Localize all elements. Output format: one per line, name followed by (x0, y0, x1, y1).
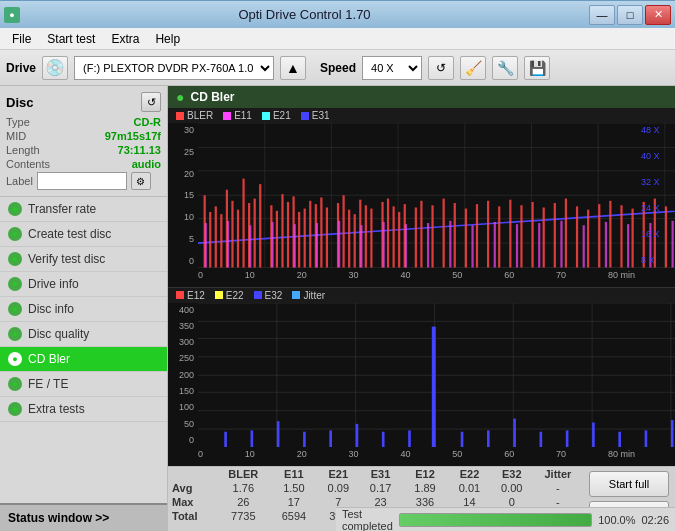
lower-legend: E12 E22 E32 Jitter (168, 288, 675, 303)
svg-rect-84 (338, 221, 340, 268)
sidebar-nav-item-1[interactable]: ●Create test disc (0, 222, 167, 247)
legend-bler: BLER (176, 110, 213, 121)
progress-bar-background (399, 513, 592, 527)
x-axis-upper: 0 10 20 30 40 50 60 70 80 min (198, 270, 635, 284)
svg-rect-35 (320, 197, 322, 267)
nav-label-6: CD Bler (28, 352, 70, 366)
svg-rect-129 (329, 430, 332, 447)
svg-rect-40 (354, 214, 356, 267)
legend-e32: E32 (254, 290, 283, 301)
svg-rect-36 (326, 207, 328, 267)
lower-chart-svg (198, 303, 675, 448)
svg-rect-17 (215, 206, 217, 267)
sidebar-nav-item-0[interactable]: ●Transfer rate (0, 197, 167, 222)
col-header-bler: BLER (216, 467, 271, 481)
statusbar: Test completed 100.0% 02:26 (336, 507, 675, 531)
sidebar-nav-item-7[interactable]: ●FE / TE (0, 372, 167, 397)
nav-icon-4: ● (8, 302, 22, 316)
svg-rect-43 (370, 209, 372, 268)
contents-value: audio (132, 158, 161, 170)
menu-extra[interactable]: Extra (103, 30, 147, 48)
speed-selector[interactable]: 40 X (362, 56, 422, 80)
svg-rect-28 (281, 194, 283, 267)
start-full-button[interactable]: Start full (589, 471, 669, 497)
svg-rect-25 (259, 184, 261, 267)
svg-rect-119 (432, 326, 436, 447)
chart-icon: ● (176, 89, 184, 105)
disc-header: Disc ↺ (6, 92, 161, 112)
menu-start-test[interactable]: Start test (39, 30, 103, 48)
progress-bar-fill (400, 514, 591, 526)
nav-icon-0: ● (8, 202, 22, 216)
disc-refresh-button[interactable]: ↺ (141, 92, 161, 112)
refresh-speed-button[interactable]: ↺ (428, 56, 454, 80)
save-button[interactable]: 💾 (524, 56, 550, 80)
svg-rect-53 (454, 203, 456, 267)
drive-selector[interactable]: (F:) PLEXTOR DVDR PX-760A 1.07 (74, 56, 274, 80)
status-window-button[interactable]: Status window >> (0, 503, 167, 531)
svg-rect-54 (465, 209, 467, 268)
sidebar-nav-item-8[interactable]: ●Extra tests (0, 397, 167, 422)
stats-cell-0-e11: 1.50 (271, 481, 318, 495)
svg-rect-97 (627, 224, 629, 267)
col-header-e31: E31 (359, 467, 401, 481)
svg-rect-63 (565, 199, 567, 268)
svg-rect-80 (249, 225, 251, 267)
svg-rect-137 (645, 430, 648, 447)
svg-rect-32 (304, 209, 306, 268)
svg-rect-50 (420, 201, 422, 268)
svg-rect-130 (382, 431, 385, 447)
svg-rect-127 (251, 430, 254, 447)
stats-cell-0-e32: 0.00 (491, 481, 533, 495)
eject-button[interactable]: ▲ (280, 56, 306, 80)
svg-rect-82 (294, 224, 296, 267)
stats-row-0: Avg1.761.500.090.171.890.010.00- (168, 481, 583, 495)
sidebar-nav-item-5[interactable]: ●Disc quality (0, 322, 167, 347)
sidebar-nav-item-3[interactable]: ●Drive info (0, 272, 167, 297)
upper-chart-svg-wrapper: 30 25 20 15 10 5 0 48 X 40 X 32 X 24 X 1… (168, 123, 675, 284)
clear-button[interactable]: 🧹 (460, 56, 486, 80)
svg-rect-66 (598, 204, 600, 267)
label-settings-button[interactable]: ⚙ (131, 172, 151, 190)
options-button[interactable]: 🔧 (492, 56, 518, 80)
stats-cell-0-e12: 1.89 (402, 481, 449, 495)
window-controls: — □ ✕ (589, 5, 671, 25)
col-header-e21: E21 (317, 467, 359, 481)
stats-cell-1-e11: 17 (271, 495, 318, 509)
svg-rect-65 (587, 210, 589, 268)
lower-chart-svg-wrapper: 400 350 300 250 200 150 100 50 0 0 10 20… (168, 303, 675, 464)
legend-dot-bler (176, 112, 184, 120)
drive-icon-btn[interactable]: 💿 (42, 56, 68, 80)
close-button[interactable]: ✕ (645, 5, 671, 25)
sidebar-nav-item-4[interactable]: ●Disc info (0, 297, 167, 322)
sidebar-nav-item-2[interactable]: ●Verify test disc (0, 247, 167, 272)
mid-label: MID (6, 130, 26, 142)
nav-label-4: Disc info (28, 302, 74, 316)
titlebar: ● Opti Drive Control 1.70 — □ ✕ (0, 0, 675, 28)
length-value: 73:11.13 (118, 144, 161, 156)
nav-icon-8: ● (8, 402, 22, 416)
svg-rect-64 (576, 206, 578, 267)
svg-rect-94 (560, 221, 562, 268)
svg-rect-95 (583, 225, 585, 267)
svg-rect-18 (220, 214, 222, 267)
svg-rect-51 (431, 205, 433, 267)
legend-e31: E31 (301, 110, 330, 121)
legend-dot-e22 (215, 291, 223, 299)
sidebar-nav-item-6[interactable]: ●CD Bler (0, 347, 167, 372)
menu-help[interactable]: Help (147, 30, 188, 48)
svg-rect-20 (231, 201, 233, 268)
maximize-button[interactable]: □ (617, 5, 643, 25)
svg-rect-93 (538, 223, 540, 267)
x-axis-lower: 0 10 20 30 40 50 60 70 80 min (198, 449, 635, 463)
svg-rect-55 (476, 204, 478, 267)
disc-type-row: Type CD-R (6, 116, 161, 128)
legend-dot-e12 (176, 291, 184, 299)
toolbar: Drive 💿 (F:) PLEXTOR DVDR PX-760A 1.07 ▲… (0, 50, 675, 86)
disc-mid-row: MID 97m15s17f (6, 130, 161, 142)
svg-rect-121 (356, 423, 359, 447)
label-input[interactable] (37, 172, 127, 190)
stats-cell-0-bler: 1.76 (216, 481, 271, 495)
menu-file[interactable]: File (4, 30, 39, 48)
minimize-button[interactable]: — (589, 5, 615, 25)
